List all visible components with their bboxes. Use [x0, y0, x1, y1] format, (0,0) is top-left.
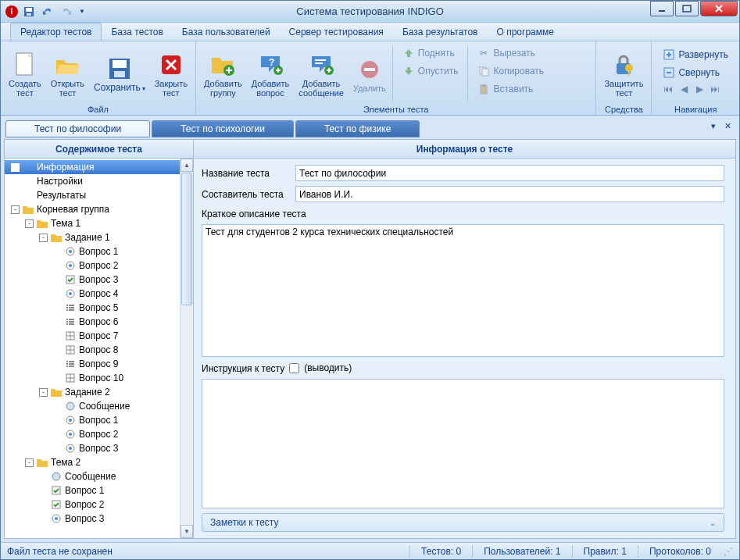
paste-button[interactable]: Вставить [473, 80, 549, 98]
doctab-menu-icon[interactable]: ▾ [708, 120, 719, 131]
svg-rect-19 [482, 69, 488, 76]
tree-item[interactable]: Вопрос 4 [5, 287, 193, 301]
svg-rect-34 [66, 305, 68, 306]
tree-item[interactable]: Вопрос 6 [5, 315, 193, 329]
qat-redo-icon[interactable] [59, 4, 74, 20]
tree-item[interactable]: Вопрос 3 [5, 441, 193, 455]
menu-user-db[interactable]: База пользователей [173, 23, 280, 41]
tree-item[interactable]: -Тема 1 [5, 216, 193, 230]
nav-last-icon[interactable]: ⏭ [710, 84, 720, 95]
tree-item[interactable]: Результаты [5, 188, 193, 202]
svg-rect-17 [364, 68, 375, 71]
tree-item[interactable]: Сообщение [5, 399, 193, 413]
nav-first-icon[interactable]: ⏮ [663, 84, 674, 95]
maximize-button[interactable] [675, 1, 699, 16]
nav-next-icon[interactable]: ▶ [694, 84, 705, 95]
tree-item[interactable]: Вопрос 2 [5, 259, 193, 273]
protect-test-button[interactable]: Защитить тест [599, 43, 648, 105]
tree-item[interactable]: -Тема 2 [5, 455, 193, 469]
instr-hint: (выводить) [304, 362, 352, 373]
save-test-button[interactable]: Сохранить▾ [89, 43, 150, 105]
svg-rect-40 [66, 319, 68, 320]
menu-test-db[interactable]: База тестов [102, 23, 172, 41]
tree-item[interactable]: Вопрос 9 [5, 357, 193, 371]
tree-item[interactable]: Настройки [5, 174, 193, 188]
scroll-thumb[interactable] [181, 173, 192, 305]
check-icon [64, 273, 77, 286]
create-test-button[interactable]: Создать тест [4, 43, 46, 105]
tree-item[interactable]: -Задание 2 [5, 385, 193, 399]
qat-undo-icon[interactable] [40, 4, 55, 20]
tree-item[interactable]: Вопрос 1 [5, 244, 193, 259]
tree-item[interactable]: Вопрос 3 [5, 512, 193, 526]
info-pane: Информация о тесте Название теста Состав… [194, 140, 735, 538]
desc-textarea[interactable]: Тест для студентов 2 курса технических с… [202, 224, 724, 357]
tree-view[interactable]: ИнформацияНастройкиРезультаты-Корневая г… [5, 159, 193, 538]
expand-all-button[interactable]: Развернуть [658, 46, 733, 63]
doctab-philosophy[interactable]: Тест по философии [5, 120, 150, 137]
doctab-psychology[interactable]: Тест по психологии [152, 120, 294, 137]
doctab-close-icon[interactable]: ✕ [722, 120, 733, 131]
menu-about[interactable]: О программе [487, 23, 563, 41]
close-button[interactable] [700, 1, 738, 16]
menu-results[interactable]: База результатов [393, 23, 488, 41]
scroll-up-icon[interactable]: ▲ [181, 159, 193, 172]
move-down-button[interactable]: Опустить [398, 62, 463, 80]
nav-prev-icon[interactable]: ◀ [678, 84, 689, 95]
name-input[interactable] [295, 165, 724, 181]
collapse-all-button[interactable]: Свернуть [658, 64, 733, 81]
svg-rect-35 [69, 305, 74, 306]
tree-item[interactable]: -Задание 1 [5, 230, 193, 244]
tree-item[interactable]: Вопрос 2 [5, 427, 193, 441]
tree-item[interactable]: -Корневая группа [5, 202, 193, 216]
tree-scrollbar[interactable]: ▲ ▼ [180, 159, 193, 538]
tree-item[interactable]: Вопрос 8 [5, 343, 193, 357]
qat-save-icon[interactable] [21, 4, 37, 20]
svg-rect-52 [66, 366, 68, 367]
tree-item[interactable]: Информация [5, 160, 193, 174]
svg-rect-41 [69, 319, 74, 320]
tree-title: Содержимое теста [5, 140, 193, 159]
open-test-button[interactable]: Открыть тест [46, 43, 89, 105]
scroll-down-icon[interactable]: ▼ [181, 525, 193, 538]
svg-rect-51 [69, 363, 74, 365]
svg-rect-48 [66, 361, 68, 362]
add-question-button[interactable]: ?Добавить вопрос [247, 43, 295, 105]
menu-editor[interactable]: Редактор тестов [10, 23, 102, 41]
add-message-button[interactable]: Добавить сообщение [294, 43, 349, 105]
notes-toggle[interactable]: Заметки к тесту ⌄ [202, 513, 724, 532]
close-test-button[interactable]: Закрыть тест [150, 43, 192, 105]
tree-item[interactable]: Вопрос 1 [5, 413, 193, 427]
resize-grip-icon[interactable]: ⋰ [722, 546, 733, 557]
tree-item[interactable]: Вопрос 5 [5, 301, 193, 315]
status-rules: Правил: 1 [572, 546, 638, 557]
minimize-button[interactable] [650, 1, 674, 16]
svg-rect-50 [66, 363, 68, 365]
svg-rect-44 [66, 323, 68, 325]
svg-text:?: ? [269, 57, 274, 68]
list-icon [64, 358, 77, 370]
add-group-button[interactable]: Добавить группу [199, 43, 247, 105]
cut-button[interactable]: ✂Вырезать [473, 45, 549, 62]
info-icon [22, 161, 34, 173]
tree-item[interactable]: Вопрос 1 [5, 483, 193, 498]
tree-item[interactable]: Вопрос 3 [5, 273, 193, 287]
copy-button[interactable]: Копировать [473, 62, 549, 80]
menu-server[interactable]: Сервер тестирования [280, 23, 393, 41]
instr-checkbox[interactable] [289, 363, 299, 373]
radio-icon [64, 428, 77, 441]
tree-item[interactable]: Вопрос 7 [5, 329, 193, 343]
radio-icon [64, 245, 77, 258]
info-icon [22, 175, 34, 187]
author-input[interactable] [295, 186, 724, 202]
grid-icon [64, 372, 77, 384]
tree-item[interactable]: Сообщение [5, 469, 193, 483]
tree-item[interactable]: Вопрос 2 [5, 498, 193, 512]
instr-label: Инструкция к тесту [202, 363, 284, 374]
instr-textarea[interactable] [202, 379, 724, 508]
delete-button[interactable]: Удалить [349, 43, 391, 105]
tree-item[interactable]: Вопрос 10 [5, 371, 193, 385]
qat-dropdown-icon[interactable]: ▼ [79, 8, 85, 15]
move-up-button[interactable]: Поднять [398, 45, 463, 62]
doctab-physics[interactable]: Тест по физике [295, 120, 420, 137]
